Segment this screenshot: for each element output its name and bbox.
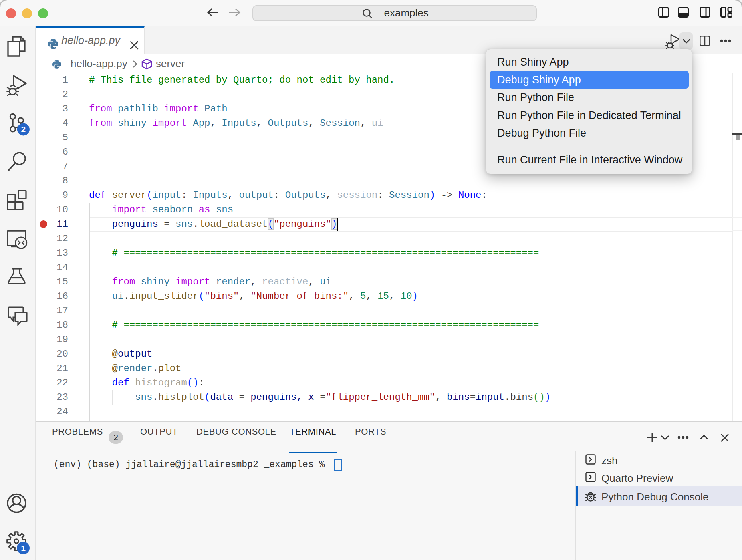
svg-text:1: 1 — [21, 544, 26, 553]
svg-text:2: 2 — [21, 125, 26, 134]
